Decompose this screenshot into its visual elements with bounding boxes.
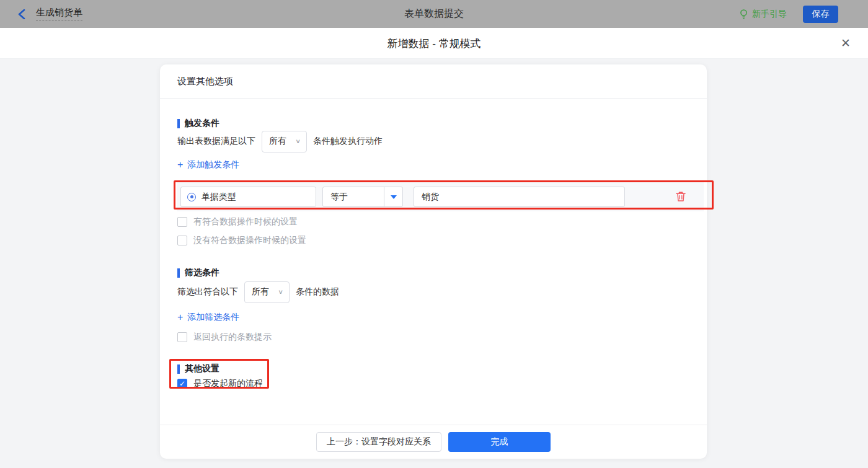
checkbox-label: 没有符合数据操作时候的设置 xyxy=(193,235,306,246)
trigger-condition-row: 单据类型 等于 销货 xyxy=(177,182,704,211)
condition-field-value: 单据类型 xyxy=(202,192,236,203)
topbar: 表单数据提交 生成销货单 新手引导 保存 xyxy=(0,0,868,28)
checkbox-icon[interactable] xyxy=(177,217,187,227)
checkbox-label: 是否发起新的流程 xyxy=(193,378,263,389)
checkbox-checked-icon[interactable]: ✓ xyxy=(177,379,187,389)
trigger-prefix-text: 输出表数据满足以下 xyxy=(177,136,255,147)
back-icon[interactable] xyxy=(16,9,27,20)
trigger-section-label: 触发条件 xyxy=(185,118,219,129)
dialog-header: 新增数据 - 常规模式 ✕ xyxy=(0,28,868,59)
add-filter-condition-link[interactable]: + 添加筛选条件 xyxy=(177,312,239,323)
save-button[interactable]: 保存 xyxy=(803,6,838,23)
lightbulb-icon xyxy=(739,9,748,19)
section-bar xyxy=(177,364,180,374)
card-footer: 上一步：设置字段对应关系 完成 xyxy=(160,432,707,452)
caret-down-icon[interactable] xyxy=(384,187,402,206)
checkbox-label: 有符合数据操作时候的设置 xyxy=(193,216,298,227)
divider xyxy=(160,98,707,99)
settings-card: 设置其他选项 触发条件 输出表数据满足以下 所有 ∨ 条件触发执行动作 + 添加… xyxy=(160,64,707,459)
add-trigger-condition-link[interactable]: + 添加触发条件 xyxy=(177,159,239,170)
done-button[interactable]: 完成 xyxy=(448,432,551,452)
card-header-title: 设置其他选项 xyxy=(177,76,233,87)
trigger-match-select[interactable]: 所有 ∨ xyxy=(262,131,307,152)
close-icon[interactable]: ✕ xyxy=(838,35,853,51)
other-section-label: 其他设置 xyxy=(185,363,219,374)
condition-operator-value: 等于 xyxy=(323,192,384,203)
checkbox-icon[interactable] xyxy=(177,236,187,245)
checkbox-has-matching-data[interactable]: 有符合数据操作时候的设置 xyxy=(177,216,298,227)
checkbox-label: 返回执行的条数提示 xyxy=(193,332,272,343)
beginner-guide-link[interactable]: 新手引导 xyxy=(739,9,787,20)
radio-field-icon xyxy=(187,193,196,201)
page-title: 表单数据提交 xyxy=(0,7,868,20)
add-trigger-condition-label: 添加触发条件 xyxy=(187,159,239,170)
dialog-title: 新增数据 - 常规模式 xyxy=(0,37,868,51)
condition-value-text: 销货 xyxy=(422,192,439,203)
trigger-suffix-text: 条件触发执行动作 xyxy=(313,136,383,147)
check-icon: ✓ xyxy=(179,380,185,387)
flow-name[interactable]: 生成销货单 xyxy=(36,7,82,21)
filter-match-value: 所有 xyxy=(252,286,269,298)
beginner-guide-label: 新手引导 xyxy=(752,9,787,20)
chevron-down-icon: ∨ xyxy=(278,288,283,295)
condition-value-input[interactable]: 销货 xyxy=(414,187,625,207)
filter-section-title: 筛选条件 xyxy=(177,267,219,278)
checkbox-return-count-hint[interactable]: 返回执行的条数提示 xyxy=(177,332,272,343)
filter-sentence: 筛选出符合以下 所有 ∨ 条件的数据 xyxy=(177,281,339,303)
condition-field-select[interactable]: 单据类型 xyxy=(180,187,316,207)
filter-suffix-text: 条件的数据 xyxy=(296,286,339,298)
filter-match-select[interactable]: 所有 ∨ xyxy=(244,281,290,303)
checkbox-start-new-flow[interactable]: ✓ 是否发起新的流程 xyxy=(177,378,263,389)
plus-icon: + xyxy=(177,312,183,322)
trash-icon[interactable] xyxy=(676,191,686,202)
previous-step-button[interactable]: 上一步：设置字段对应关系 xyxy=(316,432,441,452)
trigger-match-value: 所有 xyxy=(269,136,286,147)
checkbox-icon[interactable] xyxy=(177,332,187,342)
other-section-title: 其他设置 xyxy=(177,363,219,374)
trigger-section-title: 触发条件 xyxy=(177,118,219,129)
filter-section-label: 筛选条件 xyxy=(185,267,219,278)
chevron-down-icon: ∨ xyxy=(295,138,301,144)
filter-prefix-text: 筛选出符合以下 xyxy=(177,286,238,298)
trigger-sentence: 输出表数据满足以下 所有 ∨ 条件触发执行动作 xyxy=(177,130,383,152)
add-filter-condition-label: 添加筛选条件 xyxy=(187,312,239,323)
divider xyxy=(160,425,707,425)
condition-operator-select[interactable]: 等于 xyxy=(322,187,403,207)
plus-icon: + xyxy=(177,160,183,170)
section-bar xyxy=(177,268,180,278)
checkbox-no-matching-data[interactable]: 没有符合数据操作时候的设置 xyxy=(177,235,306,246)
section-bar xyxy=(177,119,180,128)
